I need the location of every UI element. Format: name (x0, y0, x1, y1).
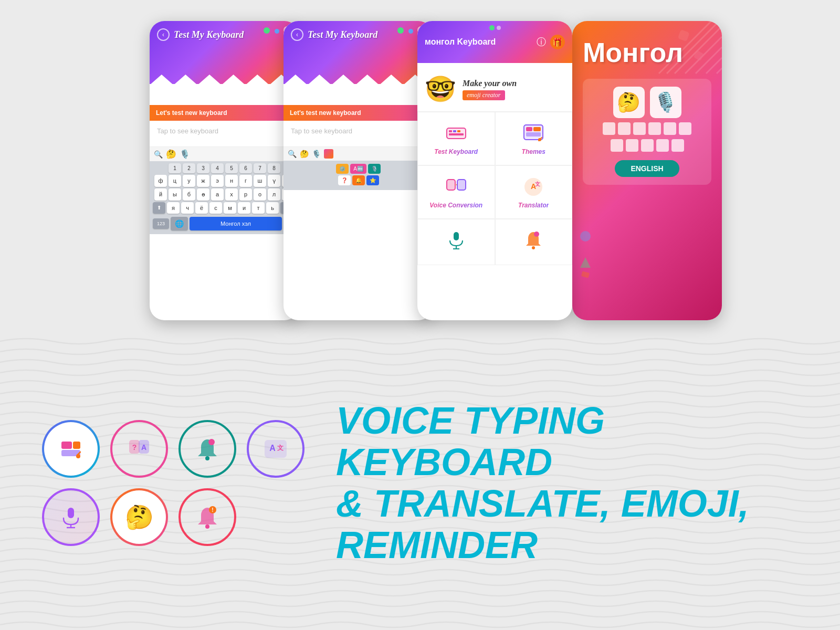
svg-text:?: ? (132, 443, 137, 452)
svg-point-45 (205, 456, 209, 460)
themes-label: Themes (522, 148, 545, 155)
icon-row-1: ? A A 文 (42, 420, 304, 478)
svg-rect-9 (526, 127, 532, 131)
svg-text:文: 文 (535, 181, 540, 187)
svg-point-40 (76, 454, 80, 458)
svg-point-46 (208, 439, 215, 445)
svg-text:文: 文 (277, 444, 284, 452)
phone2-keyboard-area: Let's test new keyboard Tap to see keybo… (284, 105, 433, 190)
tagline-section: VOICE TYPING KEYBOARD & TRANSLATE, EMOJI… (326, 400, 798, 566)
thinking-emoji-box: 🤔 (613, 87, 645, 118)
mongol-title: Монгол (583, 37, 711, 68)
phone-2: ‹ Test My Keyboard Let's test new keyboa… (284, 21, 433, 320)
thinking-circle-icon[interactable]: 🤔 (110, 488, 168, 546)
svg-point-23 (532, 246, 535, 249)
svg-rect-4 (453, 130, 456, 132)
menu-item-mic[interactable] (417, 219, 495, 265)
svg-point-34 (580, 231, 591, 242)
phone2-banner: Let's test new keyboard (284, 105, 433, 121)
translator-label: Translator (518, 202, 549, 209)
test-keyboard-label: Test Keyboard (434, 148, 478, 155)
svg-rect-37 (61, 442, 72, 449)
back-button-2[interactable]: ‹ (291, 28, 303, 41)
feature-icons-section: ? A A 文 (42, 420, 304, 546)
svg-point-24 (534, 232, 539, 237)
menu-item-translator[interactable]: A 文 Translator (495, 165, 573, 219)
mic-icon (445, 229, 468, 252)
svg-point-12 (538, 138, 541, 141)
phone1-tap-area[interactable]: Tap to see keyboard (150, 121, 299, 147)
svg-rect-11 (526, 132, 541, 136)
menu-item-test-keyboard[interactable]: Test Keyboard (417, 112, 495, 165)
svg-point-54 (205, 524, 209, 529)
english-button[interactable]: ENGLISH (615, 160, 679, 177)
phone3-header: монгол Keyboard ⓘ 🎁 (417, 21, 572, 63)
phone-4: Монгол 🤔 🎙️ (572, 21, 722, 320)
phone2-tap-area[interactable]: Tap to see keyboard (284, 121, 433, 147)
svg-rect-39 (73, 442, 80, 449)
phone1-keyboard: 12345678 фцужэнгшүз йыбөахролд ⬆ ячёсмит… (150, 161, 299, 234)
phone-1: ‹ Test My Keyboard Let's test new keyboa… (150, 21, 299, 320)
phone1-emoji-bar: 🔍 🤔 🎙️ (150, 147, 299, 161)
bottom-section: ? A A 文 (0, 336, 840, 630)
menu-item-themes[interactable]: Themes (495, 112, 573, 165)
nerd-emoji: 🤓 (425, 74, 456, 105)
svg-marker-35 (580, 257, 591, 268)
bell-icon (522, 229, 545, 252)
svg-rect-13 (447, 180, 455, 190)
voice-conversion-label: Voice Conversion (429, 202, 482, 209)
phone4-content: Монгол 🤔 🎙️ (572, 21, 722, 201)
translator-circle-icon[interactable]: A 文 (247, 420, 304, 478)
phone2-header: ‹ Test My Keyboard (284, 21, 433, 84)
tagline-line3: REMINDER (336, 524, 798, 566)
keyboard-preview: 🤔 🎙️ (583, 79, 711, 185)
menu-item-voice[interactable]: Voice Conversion (417, 165, 495, 219)
translator-icon: A 文 (522, 175, 545, 198)
phone1-title: Test My Keyboard (174, 29, 244, 40)
phone-3: монгол Keyboard ⓘ 🎁 🤓 Make your own emoj… (417, 21, 572, 320)
svg-rect-5 (457, 130, 460, 132)
phone1-keyboard-area: Let's test new keyboard Tap to see keybo… (150, 105, 299, 234)
svg-rect-6 (449, 133, 464, 135)
test-keyboard-icon (445, 122, 468, 145)
phone1-banner: Let's test new keyboard (150, 105, 299, 121)
back-button-1[interactable]: ‹ (157, 28, 170, 41)
mic-emoji-box: 🎙️ (650, 87, 681, 118)
make-own-text: Make your own (463, 79, 517, 88)
bell-notification-circle-icon[interactable]: ! (178, 488, 236, 546)
voice-question-circle-icon[interactable]: ? A (110, 420, 168, 478)
bell-circle-icon[interactable] (178, 420, 236, 478)
mic-circle-icon[interactable] (42, 488, 100, 546)
tagline-line1: VOICE TYPING KEYBOARD (336, 400, 798, 483)
menu-grid: Test Keyboard Theme (417, 112, 572, 265)
page-wrapper: ‹ Test My Keyboard Let's test new keyboa… (0, 0, 840, 630)
phones-section: ‹ Test My Keyboard Let's test new keyboa… (0, 0, 840, 336)
svg-rect-3 (449, 130, 452, 132)
svg-rect-36 (581, 271, 590, 278)
voice-conversion-icon (445, 175, 468, 198)
svg-text:A: A (269, 444, 276, 453)
svg-text:!: ! (212, 507, 213, 513)
themes-icon (522, 122, 545, 145)
phone1-space-key[interactable]: Монгол хэл (190, 217, 282, 230)
themes-circle-icon[interactable] (42, 420, 100, 478)
emoji-creator-label: emoji creator (463, 90, 505, 100)
phone3-title: монгол Keyboard (425, 37, 496, 47)
svg-text:A: A (141, 443, 146, 452)
svg-rect-10 (533, 127, 541, 131)
svg-rect-15 (457, 180, 466, 190)
svg-rect-51 (68, 508, 74, 518)
tagline-line2: & TRANSLATE, EMOJI, (336, 483, 798, 524)
phone2-title: Test My Keyboard (308, 29, 377, 40)
icon-row-2: 🤔 ! (42, 488, 304, 546)
svg-rect-20 (454, 232, 459, 240)
menu-item-bell[interactable] (495, 219, 573, 265)
phone1-header: ‹ Test My Keyboard (150, 21, 299, 84)
